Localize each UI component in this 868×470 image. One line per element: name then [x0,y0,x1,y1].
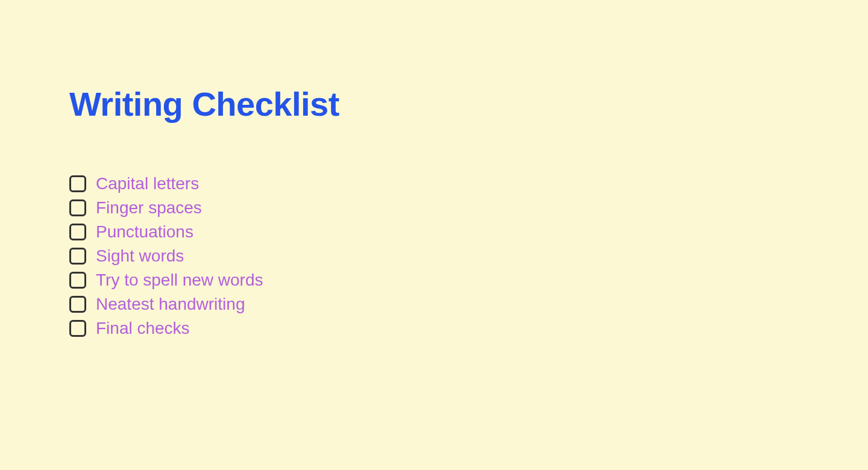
checklist-item-label: Final checks [96,319,190,338]
list-item: Punctuations [69,220,868,244]
checkbox-neatest-handwriting[interactable] [69,296,86,313]
checklist-item-label: Try to spell new words [96,271,263,290]
list-item: Try to spell new words [69,268,868,292]
checkbox-finger-spaces[interactable] [69,199,86,216]
checklist-item-label: Finger spaces [96,198,202,218]
checkbox-spell-new-words[interactable] [69,272,86,289]
checkbox-sight-words[interactable] [69,248,86,265]
checklist-item-label: Neatest handwriting [96,295,245,314]
checkbox-punctuations[interactable] [69,224,86,240]
checklist: Capital letters Finger spaces Punctuatio… [69,172,868,340]
list-item: Sight words [69,244,868,268]
checkbox-final-checks[interactable] [69,320,86,337]
list-item: Capital letters [69,172,868,196]
page-title: Writing Checklist [69,84,868,124]
list-item: Final checks [69,316,868,340]
checklist-item-label: Capital letters [96,174,199,193]
checklist-item-label: Punctuations [96,222,193,242]
checkbox-capital-letters[interactable] [69,175,86,192]
list-item: Finger spaces [69,196,868,220]
checklist-item-label: Sight words [96,246,184,266]
list-item: Neatest handwriting [69,292,868,316]
